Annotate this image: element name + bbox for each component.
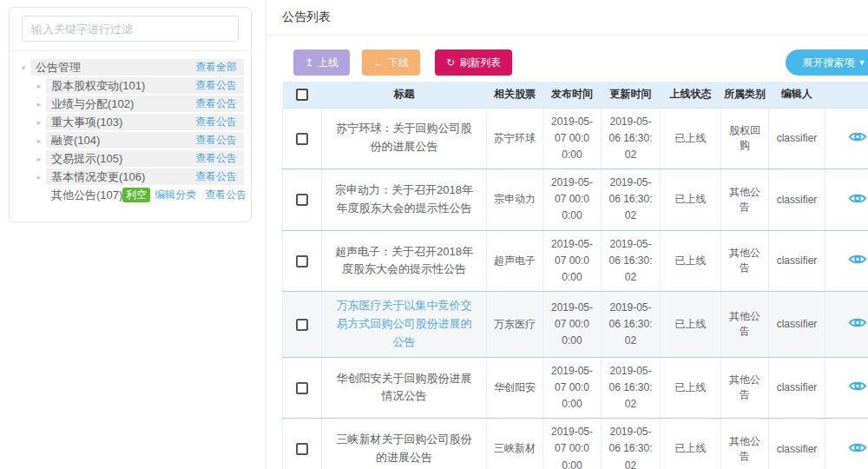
- announcement-title[interactable]: 宗申动力：关于召开2018年年度股东大会的提示性公告: [322, 169, 487, 231]
- view-announcements-link[interactable]: 查看公告: [195, 78, 237, 93]
- view-announcements-link[interactable]: 查看公告: [195, 169, 237, 184]
- category: 其他公告: [721, 169, 769, 231]
- view-announcements-link[interactable]: 查看公告: [205, 188, 247, 202]
- publish-time: 2019-05-07 00:00:00: [543, 419, 602, 469]
- table-row-hover: 万东医疗关于以集中竞价交易方式回购公司股份进展的公告 万东医疗 2019-05-…: [283, 292, 868, 357]
- refresh-list-button[interactable]: ↻ 刷新列表: [435, 50, 512, 76]
- editor: classifier: [769, 292, 825, 357]
- tree-node-102[interactable]: ▸ 业绩与分配(102) 查看公告: [16, 96, 244, 112]
- header-publish-time: 发布时间: [543, 82, 602, 108]
- category: 其他公告: [721, 419, 769, 469]
- publish-time: 2019-05-07 00:00:00: [543, 357, 602, 419]
- caret-right-icon[interactable]: ▸: [32, 136, 46, 145]
- editor: classifier: [769, 357, 825, 419]
- editor: classifier: [769, 108, 825, 169]
- edit-category-link[interactable]: 编辑分类: [155, 188, 196, 202]
- view-announcements-link[interactable]: 查看公告: [195, 115, 237, 129]
- online-status: 已上线: [661, 108, 721, 169]
- editor: classifier: [769, 230, 825, 292]
- page-title: 公告列表: [282, 10, 331, 25]
- caret-down-icon[interactable]: ▾: [16, 63, 30, 72]
- caret-right-icon[interactable]: ▸: [32, 118, 46, 127]
- table-row: 宗申动力：关于召开2018年年度股东大会的提示性公告 宗申动力 2019-05-…: [283, 169, 868, 231]
- category: 其他公告: [721, 357, 769, 419]
- view-eye-icon[interactable]: [848, 316, 867, 332]
- online-status: 已上线: [661, 292, 721, 357]
- view-eye-icon[interactable]: [848, 192, 867, 208]
- row-checkbox[interactable]: [296, 194, 308, 206]
- header-update-time: 更新时间: [602, 82, 661, 108]
- table-row: 超声电子：关于召开2018年度股东大会的提示性公告 超声电子 2019-05-0…: [283, 230, 868, 292]
- row-checkbox[interactable]: [296, 443, 308, 455]
- related-stock: 超声电子: [487, 230, 543, 292]
- row-checkbox[interactable]: [296, 255, 308, 268]
- caret-right-icon[interactable]: ▸: [32, 100, 46, 109]
- tree-node-label: 业绩与分配(102): [51, 96, 134, 112]
- view-announcements-link[interactable]: 查看公告: [195, 96, 237, 111]
- update-time: 2019-05-06 16:30:02: [602, 292, 661, 357]
- refresh-icon: ↻: [446, 56, 455, 69]
- announcement-title[interactable]: 华创阳安关于回购股份进展情况公告: [322, 357, 487, 419]
- tree-node-label: 股本股权变动(101): [51, 78, 145, 94]
- online-status: 已上线: [661, 357, 721, 419]
- select-all-checkbox[interactable]: [296, 89, 308, 101]
- related-stock: 华创阳安: [487, 357, 543, 419]
- announcement-admin-page: ▾ 公告管理 查看全部 ▸ 股本股权变动(101) 查看公告 ▸ 业绩与分: [0, 0, 868, 469]
- view-eye-icon[interactable]: [848, 253, 867, 268]
- editor: classifier: [769, 419, 825, 469]
- online-button[interactable]: ↥ 上线: [293, 50, 350, 76]
- header-category: 所属类别: [721, 82, 769, 108]
- tree-node-104[interactable]: ▸ 融资(104) 查看公告: [16, 132, 244, 149]
- publish-time: 2019-05-07 00:00:00: [543, 108, 602, 169]
- table-row: 苏宁环球：关于回购公司股份的进展公告 苏宁环球 2019-05-07 00:00…: [283, 108, 868, 169]
- tree-node-103[interactable]: ▸ 重大事项(103) 查看公告: [16, 114, 244, 130]
- online-status: 已上线: [661, 169, 721, 231]
- header-actions: 操作: [825, 82, 868, 108]
- tree-node-107[interactable]: 其他公告(107) 利空 编辑分类 查看公告: [16, 187, 244, 203]
- category: 其他公告: [721, 292, 769, 357]
- header-stock: 相关股票: [487, 82, 543, 108]
- caret-right-icon[interactable]: ▸: [32, 82, 46, 90]
- vertical-divider: [266, 0, 266, 469]
- header-title: 标题: [322, 82, 487, 108]
- tree-node-root[interactable]: ▾ 公告管理 查看全部: [16, 59, 244, 76]
- view-eye-icon[interactable]: [848, 441, 867, 457]
- view-eye-icon[interactable]: [848, 130, 867, 146]
- online-status: 已上线: [661, 230, 721, 292]
- toolbar: ↥ 上线 ← 下线 ↻ 刷新列表: [293, 50, 512, 76]
- view-eye-icon[interactable]: [848, 380, 867, 395]
- view-announcements-link[interactable]: 查看公告: [195, 151, 237, 166]
- related-stock: 苏宁环球: [487, 108, 543, 169]
- view-all-link[interactable]: 查看全部: [195, 60, 237, 75]
- announcement-title[interactable]: 三峡新材关于回购公司股份的进展公告: [322, 419, 487, 469]
- category-sidebar: ▾ 公告管理 查看全部 ▸ 股本股权变动(101) 查看公告 ▸ 业绩与分: [9, 7, 252, 222]
- expand-search-button[interactable]: 展开搜索项 ▼: [786, 50, 868, 76]
- announcement-title[interactable]: 苏宁环球：关于回购公司股份的进展公告: [322, 108, 487, 169]
- update-time: 2019-05-06 16:30:02: [602, 108, 661, 169]
- offline-button[interactable]: ← 下线: [362, 50, 420, 76]
- publish-time: 2019-05-07 00:00:00: [543, 230, 602, 292]
- row-checkbox[interactable]: [296, 382, 308, 394]
- table-row: 华创阳安关于回购股份进展情况公告 华创阳安 2019-05-07 00:00:0…: [283, 357, 868, 419]
- row-checkbox[interactable]: [296, 319, 308, 331]
- announcement-title-link[interactable]: 万东医疗关于以集中竞价交易方式回购公司股份进展的公告: [322, 292, 487, 357]
- tree-node-106[interactable]: ▸ 基本情况变更(106) 查看公告: [16, 168, 244, 185]
- tree-node-label: 重大事项(103): [51, 115, 122, 130]
- caret-right-icon[interactable]: ▸: [32, 173, 46, 182]
- bearish-badge: 利空: [122, 188, 150, 202]
- row-checkbox[interactable]: [296, 133, 308, 145]
- announcement-title[interactable]: 超声电子：关于召开2018年度股东大会的提示性公告: [322, 230, 487, 292]
- related-stock: 万东医疗: [487, 292, 543, 357]
- update-time: 2019-05-06 16:30:02: [602, 419, 661, 469]
- publish-time: 2019-05-07 00:00:00: [543, 169, 602, 231]
- keyword-filter-input[interactable]: [22, 16, 239, 42]
- tree-node-105[interactable]: ▸ 交易提示(105) 查看公告: [16, 150, 244, 167]
- caret-right-icon[interactable]: ▸: [32, 155, 46, 163]
- online-status: 已上线: [661, 419, 721, 469]
- table-header-row: 标题 相关股票 发布时间 更新时间 上线状态 所属类别 编辑人 操作: [283, 82, 868, 108]
- tree-node-101[interactable]: ▸ 股本股权变动(101) 查看公告: [16, 77, 244, 94]
- related-stock: 宗申动力: [487, 169, 543, 231]
- update-time: 2019-05-06 16:30:02: [602, 357, 661, 419]
- related-stock: 三峡新材: [487, 419, 543, 469]
- view-announcements-link[interactable]: 查看公告: [195, 133, 237, 148]
